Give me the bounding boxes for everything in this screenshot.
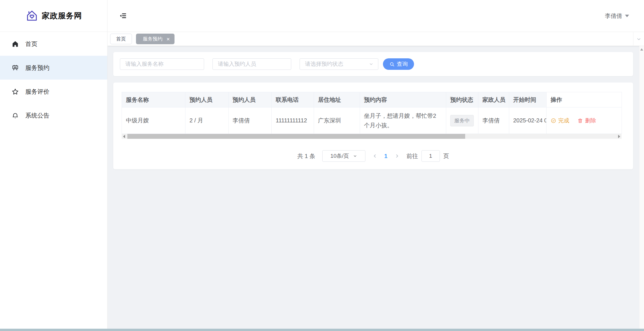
page-unit-label: 页 xyxy=(443,152,449,160)
col-content: 预约内容 xyxy=(360,92,446,107)
horizontal-scrollbar-thumb[interactable] xyxy=(127,134,465,139)
cell-start-time: 2025-02-24 0 xyxy=(509,107,547,134)
bottom-scrollbar[interactable] xyxy=(0,329,644,331)
goto-page-input[interactable] xyxy=(421,150,440,162)
cell-housekeeper: 李倩倩 xyxy=(478,107,509,134)
status-badge: 服务中 xyxy=(450,115,474,126)
tags-view-bar: 首页 服务预约 × xyxy=(108,32,644,46)
search-icon xyxy=(389,61,395,67)
goto-label: 前往 xyxy=(407,152,418,160)
app-root: 家政服务网 首页 服务预约 xyxy=(0,0,644,331)
main-content: 请选择预约状态 查询 xyxy=(108,46,644,329)
cell-service-name: 中级月嫂 xyxy=(122,107,185,134)
col-actions: 操作 xyxy=(547,92,622,107)
col-booking-person: 预约人员 xyxy=(229,92,272,107)
search-button[interactable]: 查询 xyxy=(383,58,414,70)
sidebar-menu: 首页 服务预约 服务评价 xyxy=(0,32,107,127)
table-horizontal-scrollbar[interactable] xyxy=(122,134,622,139)
vertical-scrollbar[interactable] xyxy=(639,46,644,329)
sidebar-item-label: 服务评价 xyxy=(25,88,49,96)
pagination-total: 共 1 条 xyxy=(297,152,315,160)
service-name-input[interactable] xyxy=(120,58,204,70)
scroll-right-arrow-icon[interactable] xyxy=(617,134,622,139)
cell-booking-person: 李倩倩 xyxy=(229,107,272,134)
scroll-left-arrow-icon[interactable] xyxy=(122,134,126,139)
tabbar-dropdown-button[interactable] xyxy=(633,32,644,46)
chevron-down-icon xyxy=(636,36,641,42)
page-size-value: 10条/页 xyxy=(330,152,349,160)
chevron-down-icon xyxy=(353,154,357,158)
sidebar: 家政服务网 首页 服务预约 xyxy=(0,0,108,329)
cell-address: 广东深圳 xyxy=(314,107,360,134)
delete-action-label: 删除 xyxy=(585,117,596,124)
cell-content: 坐月子，想请月嫂，帮忙带2个月小孩。 xyxy=(360,107,446,134)
filter-panel: 请选择预约状态 查询 xyxy=(113,52,633,76)
tab-close-icon[interactable]: × xyxy=(166,36,170,42)
complete-action-label: 完成 xyxy=(558,117,569,124)
sidebar-item-home[interactable]: 首页 xyxy=(0,32,107,56)
brand-name: 家政服务网 xyxy=(42,11,82,21)
sidebar-item-label: 首页 xyxy=(25,40,37,48)
tab-label: 服务预约 xyxy=(143,36,162,42)
complete-action-button[interactable]: 完成 xyxy=(551,117,569,124)
delete-action-button[interactable]: 删除 xyxy=(577,117,596,124)
cell-phone: 11111111112 xyxy=(272,107,314,134)
tab-service-booking[interactable]: 服务预约 × xyxy=(136,34,175,44)
booking-person-input[interactable] xyxy=(212,58,291,70)
table-row: 中级月嫂 2 / 月 李倩倩 11111111112 广东深圳 坐月子，想请月嫂… xyxy=(122,107,622,134)
caret-down-icon xyxy=(625,15,629,17)
sidebar-item-service-review[interactable]: 服务评价 xyxy=(0,80,107,103)
booking-table: 服务名称 预约人员 预约人员 联系电话 居住地址 预约内容 预约状态 家政人员 … xyxy=(122,92,622,134)
col-booking-count: 预约人员 xyxy=(185,92,229,107)
user-dropdown[interactable]: 李倩倩 xyxy=(605,0,629,32)
sidebar-item-label: 系统公告 xyxy=(25,111,49,120)
cell-actions: 完成 删除 xyxy=(547,107,622,134)
pagination: 共 1 条 10条/页 1 前往 页 xyxy=(113,150,633,162)
user-name: 李倩倩 xyxy=(605,12,622,20)
tab-label: 首页 xyxy=(116,36,126,42)
chevron-down-icon xyxy=(369,62,373,66)
col-address: 居住地址 xyxy=(314,92,360,107)
col-housekeeper: 家政人员 xyxy=(478,92,509,107)
booking-table-panel: 服务名称 预约人员 预约人员 联系电话 居住地址 预约内容 预约状态 家政人员 … xyxy=(113,82,633,169)
brand-logo: 家政服务网 xyxy=(0,0,107,32)
page-number-current[interactable]: 1 xyxy=(384,153,388,159)
cell-status: 服务中 xyxy=(446,107,478,134)
col-start-time: 开始时间 xyxy=(509,92,547,107)
sidebar-fold-icon[interactable] xyxy=(119,12,127,20)
trash-icon xyxy=(577,118,583,124)
top-navbar: 李倩倩 xyxy=(108,0,644,32)
house-heart-logo-icon xyxy=(25,9,39,22)
sidebar-item-system-notice[interactable]: 系统公告 xyxy=(0,103,107,127)
col-status: 预约状态 xyxy=(446,92,478,107)
search-button-label: 查询 xyxy=(397,60,408,68)
booking-status-select[interactable]: 请选择预约状态 xyxy=(300,58,378,70)
col-service-name: 服务名称 xyxy=(122,92,185,107)
cell-booking-count: 2 / 月 xyxy=(185,107,229,134)
prev-page-button[interactable] xyxy=(372,153,377,159)
circle-check-icon xyxy=(551,118,556,124)
star-icon xyxy=(12,88,19,95)
status-select-placeholder: 请选择预约状态 xyxy=(305,60,343,68)
page-size-select[interactable]: 10条/页 xyxy=(322,150,365,162)
booking-board-icon xyxy=(12,64,19,72)
scroll-up-arrow-icon[interactable] xyxy=(640,48,643,51)
col-phone: 联系电话 xyxy=(272,92,314,107)
tab-home[interactable]: 首页 xyxy=(110,34,132,44)
home-icon xyxy=(12,40,19,48)
sidebar-item-service-booking[interactable]: 服务预约 xyxy=(0,56,107,80)
next-page-button[interactable] xyxy=(394,153,400,159)
bell-icon xyxy=(12,112,19,119)
table-header-row: 服务名称 预约人员 预约人员 联系电话 居住地址 预约内容 预约状态 家政人员 … xyxy=(122,92,622,107)
sidebar-item-label: 服务预约 xyxy=(25,64,49,72)
